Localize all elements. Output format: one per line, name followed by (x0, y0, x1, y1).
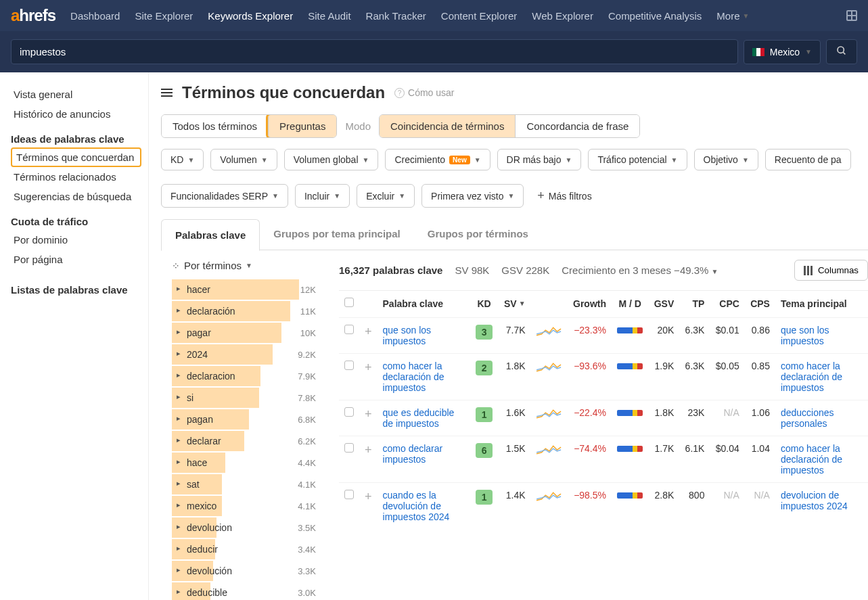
col-gsv[interactable]: GSV (648, 291, 679, 318)
keyword-link[interactable]: que es deducible de impuestos (383, 407, 464, 429)
sidebar-por-pagina[interactable]: Por página (11, 250, 141, 269)
gsv-value: 2.8K (648, 483, 679, 530)
expand-row-icon[interactable]: + (365, 407, 372, 421)
sidebar-terminos-concuerdan[interactable]: Términos que concuerdan (11, 147, 141, 167)
filter-include[interactable]: Incluir▼ (295, 184, 350, 208)
term-row[interactable]: devolución3.3K (172, 561, 320, 581)
md-bar (617, 327, 643, 333)
keyword-link[interactable]: como declarar impuestos (383, 443, 464, 465)
keyword-link[interactable]: como hacer la declaración de impuestos (383, 361, 464, 393)
nav-competitive-analysis[interactable]: Competitive Analysis (608, 10, 702, 22)
nav-keywords-explorer[interactable]: Keywords Explorer (208, 10, 293, 22)
sidebar-sugerencias-busqueda[interactable]: Sugerencias de búsqueda (11, 187, 141, 206)
col-keyword[interactable]: Palabra clave (378, 291, 470, 318)
nav-site-explorer[interactable]: Site Explorer (135, 10, 193, 22)
seg-phrase-match[interactable]: Concordancia de frase (515, 115, 639, 137)
keyword-link[interactable]: que son los impuestos (383, 325, 464, 346)
seg-term-match[interactable]: Coincidencia de términos (380, 115, 515, 137)
columns-button[interactable]: Columnas (794, 260, 868, 281)
term-row[interactable]: hace4.4K (172, 453, 320, 473)
tab-groups-terms[interactable]: Grupos por términos (414, 218, 542, 250)
sidebar-terminos-relacionados[interactable]: Términos relacionados (11, 167, 141, 187)
col-cpc[interactable]: CPC (710, 291, 744, 318)
expand-row-icon[interactable]: + (365, 325, 372, 338)
tab-keywords[interactable]: Palabras clave (161, 219, 260, 251)
term-row[interactable]: declaración11K (172, 301, 320, 321)
term-row[interactable]: deducir3.4K (172, 539, 320, 559)
row-checkbox[interactable] (344, 443, 354, 453)
topic-link[interactable]: como hacer la declaración de impuestos (781, 361, 862, 393)
expand-row-icon[interactable]: + (365, 443, 372, 457)
filter-kd[interactable]: KD▼ (161, 149, 204, 170)
seg-questions[interactable]: Preguntas (268, 115, 336, 137)
filter-dr[interactable]: DR más bajo▼ (497, 149, 582, 170)
col-kd[interactable]: KD (470, 291, 499, 318)
term-row[interactable]: declarar6.2K (172, 431, 320, 451)
nav-more[interactable]: More ▼ (716, 10, 749, 22)
filter-serp-features[interactable]: Funcionalidades SERP▼ (161, 184, 288, 208)
sidebar-por-dominio[interactable]: Por dominio (11, 230, 141, 250)
select-all-checkbox[interactable] (344, 298, 354, 307)
col-sv[interactable]: SV ▼ (499, 291, 531, 318)
mode-label: Modo (345, 120, 371, 132)
filter-volumen[interactable]: Volumen▼ (210, 149, 277, 170)
topic-link[interactable]: como hacer la declaración de impuestos (781, 443, 862, 476)
seg-all-terms[interactable]: Todos los términos (162, 115, 268, 137)
country-selector[interactable]: Mexico ▼ (744, 40, 821, 64)
filter-first-seen[interactable]: Primera vez visto▼ (421, 184, 524, 208)
col-topic[interactable]: Tema principal (775, 291, 868, 318)
term-row[interactable]: deducible3.0K (172, 582, 320, 600)
filter-exclude[interactable]: Excluir▼ (357, 184, 415, 208)
term-row[interactable]: pagan6.8K (172, 409, 320, 430)
nav-content-explorer[interactable]: Content Explorer (441, 10, 518, 22)
keyword-input[interactable] (11, 39, 738, 64)
meta-growth-dropdown[interactable]: Crecimiento en 3 meses −49.3% ▼ (562, 264, 718, 276)
filter-trafico-potencial[interactable]: Tráfico potencial▼ (588, 149, 687, 170)
topic-link[interactable]: que son los impuestos (781, 325, 862, 346)
topic-link[interactable]: devolucion de impuestos 2024 (781, 490, 862, 511)
term-row[interactable]: sat4.1K (172, 474, 320, 494)
term-row[interactable]: mexico4.1K (172, 496, 320, 516)
expand-row-icon[interactable]: + (365, 490, 372, 503)
col-tp[interactable]: TP (679, 291, 710, 318)
cps-value: 1.04 (745, 436, 775, 483)
filter-recuento[interactable]: Recuento de pa (765, 149, 851, 170)
row-checkbox[interactable] (344, 325, 354, 334)
term-row[interactable]: declaracion7.9K (172, 366, 320, 386)
expand-row-icon[interactable]: + (365, 361, 372, 374)
sv-value: 1.5K (499, 436, 531, 483)
help-link[interactable]: ?Cómo usar (394, 87, 454, 98)
term-row[interactable]: si7.8K (172, 388, 320, 408)
sidebar-historico-anuncios[interactable]: Histórico de anuncios (11, 104, 141, 124)
apps-icon[interactable] (846, 10, 857, 21)
filter-crecimiento[interactable]: CrecimientoNew▼ (385, 149, 490, 170)
terms-panel: ⁘ Por términos ▼ hacer12Kdeclaración11Kp… (161, 250, 327, 600)
term-row[interactable]: pagar10K (172, 323, 320, 343)
row-checkbox[interactable] (344, 490, 354, 499)
tab-groups-topic[interactable]: Grupos por tema principal (260, 218, 414, 250)
group-by-terms[interactable]: ⁘ Por términos ▼ (172, 260, 252, 271)
nav-web-explorer[interactable]: Web Explorer (532, 10, 593, 22)
row-checkbox[interactable] (344, 361, 354, 370)
col-growth[interactable]: Growth (568, 291, 612, 318)
keyword-link[interactable]: cuando es la devolución de impuestos 202… (383, 490, 464, 522)
col-cps[interactable]: CPS (745, 291, 775, 318)
topic-link[interactable]: deducciones personales (781, 407, 862, 429)
more-filters[interactable]: +Más filtros (530, 184, 598, 208)
nav-rank-tracker[interactable]: Rank Tracker (366, 10, 426, 22)
nav-dashboard[interactable]: Dashboard (70, 10, 120, 22)
sv-value: 1.8K (499, 354, 531, 400)
sidebar-vista-general[interactable]: Vista general (11, 85, 141, 104)
row-checkbox[interactable] (344, 407, 354, 417)
meta-gsv: GSV 228K (501, 264, 549, 276)
filter-volumen-global[interactable]: Volumen global▼ (284, 149, 379, 170)
kd-badge: 1 (476, 407, 493, 422)
filter-objetivo[interactable]: Objetivo▼ (694, 149, 758, 170)
search-button[interactable] (826, 39, 857, 64)
col-md[interactable]: M / D (612, 291, 648, 318)
nav-site-audit[interactable]: Site Audit (308, 10, 350, 22)
term-row[interactable]: devolucion3.5K (172, 517, 320, 538)
term-row[interactable]: 20249.2K (172, 344, 320, 365)
term-row[interactable]: hacer12K (172, 279, 320, 300)
hamburger-icon[interactable] (161, 89, 173, 97)
